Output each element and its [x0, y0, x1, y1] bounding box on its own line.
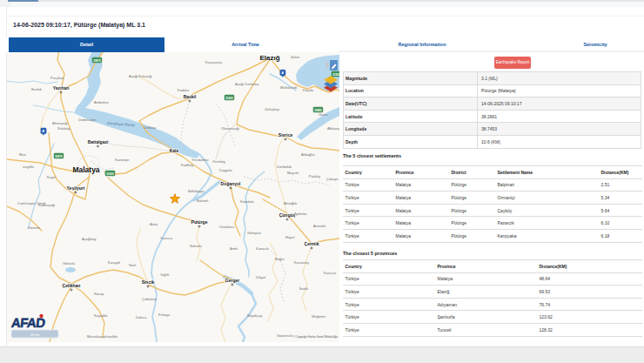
svg-text:Bağın: Bağın	[275, 257, 284, 261]
svg-text:Karagöl: Karagöl	[108, 260, 120, 265]
svg-text:Kadiruşağı: Kadiruşağı	[38, 203, 55, 207]
svg-text:Gerger: Gerger	[225, 278, 239, 283]
svg-text:Yenidamlar: Yenidamlar	[191, 158, 210, 162]
svg-text:Armlı: Armlı	[230, 246, 238, 251]
svg-text:Recep: Recep	[94, 292, 104, 296]
svg-text:Yazıhan: Yazıhan	[53, 85, 70, 91]
svg-text:Altınuşağı: Altınuşağı	[52, 121, 68, 125]
svg-text:İkiztik: İkiztik	[299, 286, 308, 291]
svg-text:Aydınlar: Aydınlar	[294, 212, 307, 216]
svg-text:Çelikhan: Çelikhan	[63, 283, 81, 288]
svg-text:Suluköy: Suluköy	[57, 126, 70, 131]
svg-text:Narlı: Narlı	[129, 263, 136, 267]
svg-text:Örenköy: Örenköy	[212, 159, 225, 164]
svg-text:Kayadibi: Kayadibi	[94, 313, 107, 318]
svg-text:Parçikan: Parçikan	[50, 76, 64, 80]
svg-text:Kayılı: Kayılı	[47, 175, 56, 179]
svg-text:Albüşey: Albüşey	[327, 126, 339, 131]
svg-text:Karacur: Karacur	[324, 271, 337, 275]
svg-text:Gezin: Gezin	[319, 112, 327, 117]
svg-text:Antış: Antış	[150, 222, 158, 226]
svg-text:Pütürge: Pütürge	[191, 219, 208, 225]
svg-text:Yeşilyurt: Yeşilyurt	[67, 185, 85, 191]
svg-text:Büyükçay: Büyükçay	[247, 313, 262, 318]
svg-text:Doğanyol: Doğanyol	[221, 181, 241, 186]
svg-text:Çakaya: Çakaya	[326, 177, 339, 181]
svg-text:Karatepe: Karatepe	[115, 158, 130, 162]
svg-text:Hapal: Hapal	[285, 235, 295, 239]
svg-text:Gelinparı: Gelinparı	[247, 231, 261, 235]
svg-text:Karaçavuş: Karaçavuş	[205, 60, 222, 64]
svg-text:D875: D875	[93, 59, 100, 63]
svg-text:Çüngüş: Çüngüş	[279, 212, 296, 218]
svg-text:Tağıllı: Tağıllı	[160, 272, 169, 277]
svg-text:D300: D300	[332, 73, 339, 77]
svg-text:Battalgazi: Battalgazi	[88, 139, 109, 145]
svg-text:Gözene: Gözene	[28, 225, 41, 230]
svg-text:Mun: Mun	[19, 152, 26, 157]
svg-text:Weğmen: Weğmen	[312, 314, 325, 319]
svg-text:Malatya: Malatya	[72, 165, 99, 174]
svg-text:D300: D300	[225, 97, 232, 100]
svg-text:Mayrah: Mayrah	[287, 171, 299, 175]
svg-text:Bölükkaya: Bölükkaya	[188, 189, 205, 193]
svg-text:Kadiköy: Kadiköy	[181, 163, 193, 167]
svg-text:Dikyol: Dikyol	[256, 275, 265, 279]
svg-text:Konukdu: Konukdu	[240, 199, 254, 204]
svg-text:Şeker: Şeker	[291, 55, 300, 59]
svg-text:D300: D300	[106, 172, 113, 176]
svg-text:Kanacık: Kanacık	[256, 246, 268, 251]
svg-text:Ambahçe: Ambahçe	[94, 100, 110, 104]
svg-text:Gülüşkap: Gülüşkap	[265, 107, 280, 111]
svg-text:Yassıca: Yassıca	[160, 236, 173, 240]
svg-text:Dörtbölük: Dörtbölük	[277, 165, 292, 169]
svg-text:Aksöğük: Aksöğük	[284, 201, 297, 205]
svg-text:Duygula: Duygula	[219, 168, 232, 172]
svg-text:Elazığ: Elazığ	[259, 54, 279, 62]
svg-text:Çatbahçe: Çatbahçe	[142, 297, 158, 301]
svg-text:Sincik: Sincik	[142, 279, 155, 285]
svg-text:Avmalık: Avmalık	[313, 224, 325, 228]
svg-text:Aşağı Kuluşağı: Aşağı Kuluşağı	[129, 74, 152, 78]
svg-text:Aşağıköy: Aşağıköy	[82, 237, 96, 241]
svg-text:Göltarla: Göltarla	[63, 261, 76, 266]
svg-text:Deliktaş: Deliktaş	[144, 125, 156, 130]
svg-text:Doluca: Doluca	[136, 315, 147, 319]
svg-text:Mollakendi: Mollakendi	[280, 85, 297, 90]
svg-text:Dedekargın: Dedekargın	[78, 118, 97, 122]
svg-text:Koşule: Koşule	[303, 88, 314, 92]
svg-text:Palatlıy: Palatlıy	[309, 174, 320, 178]
svg-text:Kadaks: Kadaks	[178, 88, 189, 92]
svg-text:Aşağı Demirtaş: Aşağı Demirtaş	[235, 82, 258, 86]
svg-text:Mustafaşeyhüzeliler: Mustafaşeyhüzeliler	[87, 334, 118, 339]
svg-text:arigüllü: arigüllü	[23, 165, 34, 169]
svg-text:© Copyright Harita Genel Müdür: © Copyright Harita Genel Müdürlüğü	[292, 335, 338, 339]
svg-text:Gözerecik: Gözerecik	[277, 333, 292, 338]
svg-text:Karaosey: Karaosey	[294, 260, 309, 265]
svg-text:Kale: Kale	[170, 148, 179, 153]
svg-text:20 km: 20 km	[30, 333, 41, 337]
svg-text:Nohutlu: Nohutlu	[190, 244, 202, 248]
svg-text:Sivrice: Sivrice	[278, 132, 293, 138]
svg-text:Baskil: Baskil	[184, 94, 197, 99]
svg-text:Öksüzuşağı: Öksüzuşağı	[221, 126, 239, 131]
svg-text:Fırkaya: Fırkaya	[158, 313, 171, 317]
svg-text:Buzluk: Buzluk	[31, 87, 42, 91]
svg-text:Bakımlı: Bakımlı	[197, 198, 208, 203]
svg-text:Uzunkoru: Uzunkoru	[219, 225, 234, 229]
svg-text:Çermik: Çermik	[305, 241, 319, 246]
svg-text:Akbağlar: Akbağlar	[301, 152, 315, 157]
svg-text:D875: D875	[55, 155, 62, 158]
